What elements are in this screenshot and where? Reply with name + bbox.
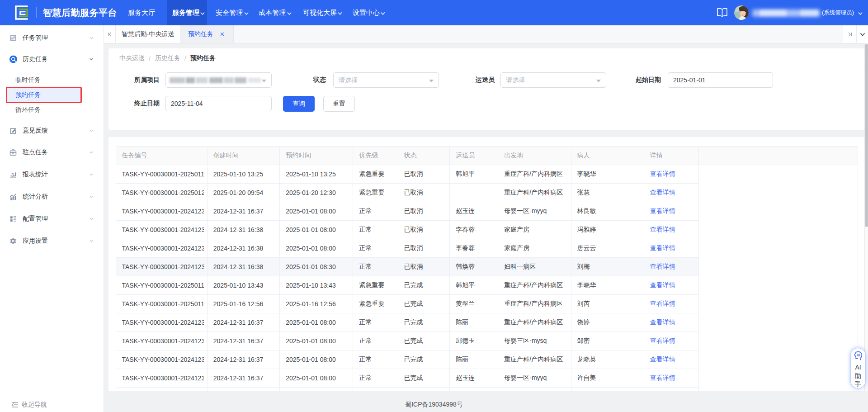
svg-text:AI: AI — [857, 353, 860, 357]
